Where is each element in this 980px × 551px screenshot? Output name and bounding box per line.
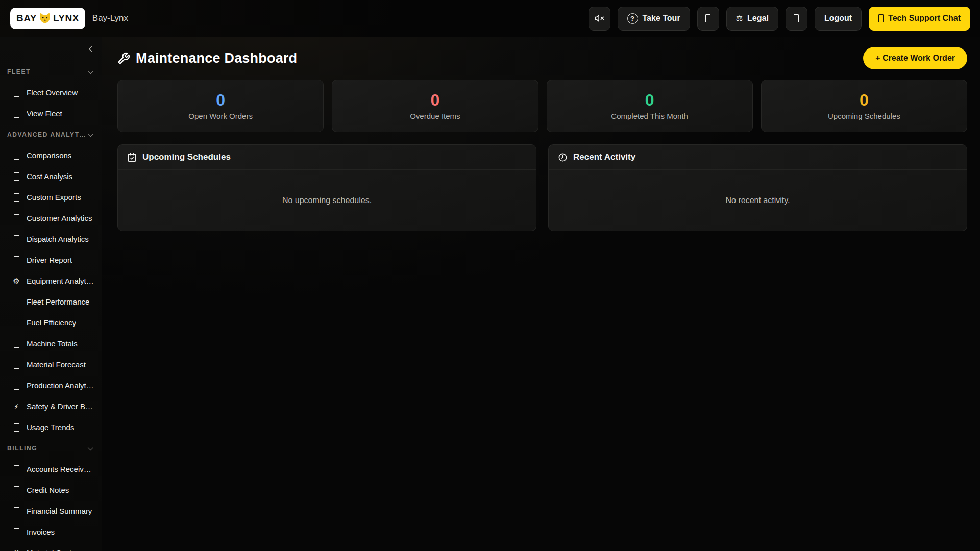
chevron-left-icon (86, 44, 95, 54)
recent-activity-title: Recent Activity (573, 152, 635, 162)
sidebar-row[interactable]: Material Costs (0, 542, 102, 551)
stat-label: Completed This Month (611, 112, 688, 120)
sidebar-row[interactable]: Accounts Receivable (0, 459, 102, 480)
panels-row: Upcoming Schedules No upcoming schedules… (117, 144, 967, 231)
sidebar-row[interactable]: FLEET (0, 61, 102, 82)
sidebar-row[interactable]: Financial Summary (0, 500, 102, 521)
nav-item-icon (12, 110, 20, 118)
nav-item-icon (12, 507, 20, 515)
sidebar-row[interactable]: BILLING (0, 438, 102, 459)
main-content: Maintenance Dashboard + Create Work Orde… (102, 37, 980, 551)
unknown-icon-button-1[interactable] (697, 7, 719, 31)
sidebar-row[interactable]: View Fleet (0, 103, 102, 124)
question-circle-icon: ? (627, 13, 638, 24)
stats-row: 0 Open Work Orders 0 Overdue Items 0 Com… (117, 80, 967, 132)
logout-button[interactable]: Logout (815, 7, 862, 31)
unknown-icon-button-2[interactable] (786, 7, 807, 31)
top-actions: ? Take Tour ⚖ Legal Logout Tech Support … (589, 7, 970, 31)
nav-item-label: Driver Report (27, 256, 72, 264)
stat-value: 0 (645, 92, 654, 108)
mute-button[interactable] (589, 7, 610, 31)
stat-label: Overdue Items (410, 112, 460, 120)
stat-label: Open Work Orders (188, 112, 253, 120)
clock-icon (558, 153, 568, 162)
lynx-head-icon (38, 12, 52, 25)
sidebar-row[interactable]: Customer Analytics (0, 208, 102, 229)
chevron-down-icon (88, 68, 93, 73)
sidebar-row[interactable]: Cost Analysis (0, 166, 102, 187)
stat-label: Upcoming Schedules (828, 112, 900, 120)
sidebar-row[interactable]: Material Forecast (0, 354, 102, 375)
nav-item-label: Fleet Overview (27, 88, 78, 97)
nav-item-label: ADVANCED ANALYTICS (7, 131, 88, 138)
logout-label: Logout (824, 14, 852, 23)
sidebar-row[interactable]: Custom Exports (0, 187, 102, 208)
sidebar-nav-list: FLEET Fleet Overview View Fleet (0, 61, 102, 551)
nav-item-icon (12, 465, 20, 473)
nav-item-label: Customer Analytics (27, 214, 92, 222)
nav-item-label: Fleet Performance (27, 297, 89, 306)
recent-activity-panel: Recent Activity No recent activity. (548, 144, 967, 231)
sidebar-collapse-button[interactable] (86, 44, 95, 54)
nav-item-icon (12, 256, 20, 264)
nav-item-label: View Fleet (27, 109, 62, 118)
brand-logo[interactable]: BAY LYNX (10, 8, 85, 29)
nav-item-icon (12, 340, 20, 348)
brand-logo-text-right: LYNX (53, 13, 79, 24)
recent-activity-header: Recent Activity (549, 145, 967, 170)
nav-item-icon (12, 361, 20, 369)
stat-card: 0 Open Work Orders (117, 80, 324, 132)
placeholder-box-icon (794, 14, 799, 22)
nav-item-icon (12, 277, 20, 286)
sidebar-row[interactable]: Driver Report (0, 249, 102, 270)
nav-item-label: Dispatch Analytics (27, 235, 89, 243)
stat-value: 0 (216, 92, 225, 108)
nav-item-label: Fuel Efficiency (27, 318, 76, 327)
sidebar-row[interactable]: Dispatch Analytics (0, 229, 102, 249)
legal-label: Legal (747, 14, 769, 23)
nav-item-label: Invoices (27, 528, 55, 536)
stat-value: 0 (860, 92, 869, 108)
upcoming-schedules-panel: Upcoming Schedules No upcoming schedules… (117, 144, 536, 231)
sidebar: FLEET Fleet Overview View Fleet (0, 37, 102, 551)
legal-button[interactable]: ⚖ Legal (726, 7, 778, 31)
chevron-down-icon (88, 131, 93, 137)
nav-item-icon (12, 214, 20, 222)
nav-item-icon (12, 319, 20, 327)
tech-support-chat-button[interactable]: Tech Support Chat (869, 7, 970, 31)
sidebar-row[interactable]: Credit Notes (0, 480, 102, 500)
sidebar-row[interactable]: Production Analytics (0, 375, 102, 396)
stat-value: 0 (430, 92, 439, 108)
upcoming-schedules-header: Upcoming Schedules (118, 145, 536, 170)
sidebar-row[interactable]: Machine Totals (0, 333, 102, 354)
nav-item-label: Credit Notes (27, 486, 69, 494)
create-work-order-button[interactable]: + Create Work Order (863, 47, 967, 69)
upcoming-schedules-title: Upcoming Schedules (142, 152, 231, 162)
sidebar-row[interactable]: Fleet Performance (0, 291, 102, 312)
sidebar-row[interactable]: Invoices (0, 521, 102, 542)
nav-item-label: Material Costs (27, 548, 76, 551)
nav-item-icon (12, 486, 20, 494)
sidebar-row[interactable]: ADVANCED ANALYTICS (0, 124, 102, 145)
take-tour-button[interactable]: ? Take Tour (618, 7, 690, 31)
page-title-text: Maintenance Dashboard (136, 51, 297, 66)
nav-item-icon (12, 403, 20, 411)
nav-item-label: BILLING (7, 445, 37, 452)
nav-item-label: Material Forecast (27, 360, 86, 369)
nav-item-label: Safety & Driver Beh... (27, 402, 94, 411)
stat-card: 0 Upcoming Schedules (761, 80, 967, 132)
sidebar-collapse-row (0, 37, 102, 61)
sidebar-row[interactable]: Usage Trends (0, 417, 102, 438)
calendar-check-icon (127, 153, 137, 162)
sidebar-row[interactable]: Comparisons (0, 145, 102, 166)
sidebar-row[interactable]: Equipment Analytics (0, 270, 102, 291)
stat-card: 0 Overdue Items (332, 80, 538, 132)
nav-item-label: Accounts Receivable (27, 465, 94, 473)
nav-item-icon (12, 152, 20, 160)
nav-item-label: Cost Analysis (27, 172, 72, 181)
sidebar-row[interactable]: Fleet Overview (0, 82, 102, 103)
sidebar-row[interactable]: Safety & Driver Beh... (0, 396, 102, 417)
chevron-down-icon (88, 444, 93, 450)
sidebar-row[interactable]: Fuel Efficiency (0, 312, 102, 333)
page-title: Maintenance Dashboard (117, 51, 297, 66)
